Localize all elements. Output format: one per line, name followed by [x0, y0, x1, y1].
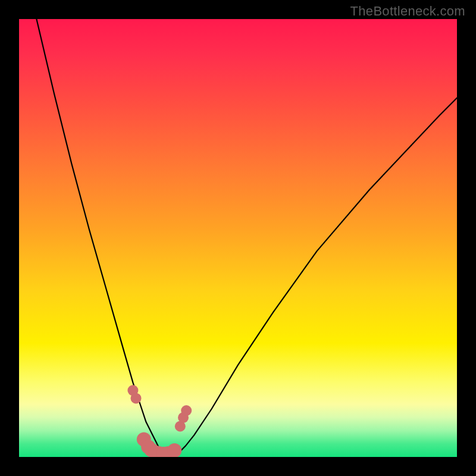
threshold-dot	[137, 433, 151, 447]
threshold-dot	[141, 440, 155, 454]
threshold-dot	[181, 405, 192, 416]
threshold-dot	[175, 421, 186, 432]
threshold-dot	[127, 385, 138, 396]
bottleneck-curve	[36, 19, 457, 455]
threshold-dot	[167, 443, 181, 457]
threshold-dot	[152, 446, 167, 457]
threshold-dot	[149, 446, 163, 457]
threshold-dot	[144, 443, 158, 457]
threshold-dot	[161, 446, 175, 457]
threshold-dot	[156, 447, 171, 457]
chart-plot-area	[19, 19, 457, 457]
chart-svg	[19, 19, 457, 457]
curve-group	[36, 19, 457, 455]
threshold-dot	[178, 412, 189, 423]
marker-group	[127, 385, 192, 457]
watermark-text: TheBottleneck.com	[350, 4, 465, 19]
threshold-dot	[131, 393, 142, 403]
